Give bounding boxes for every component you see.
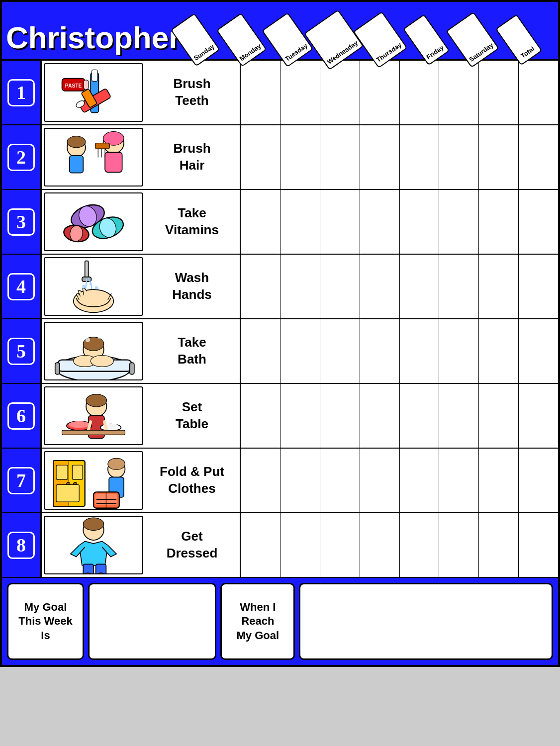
cell-row2-thursday[interactable] (400, 125, 440, 189)
cell-row1-thursday[interactable] (400, 61, 440, 124)
task-number-7: 7 (2, 449, 42, 512)
cell-row3-friday[interactable] (439, 190, 479, 254)
cell-row7-saturday[interactable] (479, 449, 519, 512)
cell-row3-tuesday[interactable] (320, 190, 360, 254)
svg-rect-25 (85, 261, 89, 278)
cell-row7-thursday[interactable] (400, 449, 440, 512)
task-label-5: Take Bath (146, 334, 238, 368)
cell-row8-thursday[interactable] (400, 513, 440, 577)
cell-row8-tuesday[interactable] (320, 513, 360, 577)
cell-row6-total[interactable] (519, 384, 558, 448)
cell-row1-sunday[interactable] (241, 61, 280, 124)
cell-row4-tuesday[interactable] (320, 255, 360, 318)
cell-row6-sunday[interactable] (241, 384, 280, 448)
task-row-4: 4 Wash Hands (2, 255, 558, 319)
cell-row5-friday[interactable] (439, 319, 479, 383)
task-number-5: 5 (2, 319, 42, 383)
task-row-5: 5 Take Bath (2, 319, 558, 384)
cell-row6-monday[interactable] (280, 384, 320, 448)
cell-row5-sunday[interactable] (241, 319, 280, 383)
cell-row4-total[interactable] (519, 255, 558, 318)
cell-row2-tuesday[interactable] (320, 125, 360, 189)
num-badge: 3 (7, 208, 35, 236)
task-label-1: Brush Teeth (146, 76, 238, 109)
cell-row3-monday[interactable] (280, 190, 320, 254)
cell-row8-total[interactable] (519, 513, 558, 577)
goal-input-area[interactable] (88, 583, 216, 660)
task-info-4: Wash Hands (42, 255, 241, 318)
cell-row4-sunday[interactable] (241, 255, 280, 318)
cell-row8-wednesday[interactable] (360, 513, 400, 577)
task-row-6: 6 Set Table (2, 384, 558, 449)
cell-row4-wednesday[interactable] (360, 255, 400, 318)
cell-row1-friday[interactable] (439, 61, 479, 124)
cell-row6-friday[interactable] (439, 384, 479, 448)
cell-row8-friday[interactable] (439, 513, 479, 577)
cell-row3-thursday[interactable] (400, 190, 440, 254)
cell-row8-sunday[interactable] (241, 513, 280, 577)
task-icon-4 (44, 257, 143, 316)
cell-row4-monday[interactable] (280, 255, 320, 318)
cell-row1-total[interactable] (519, 61, 558, 124)
svg-point-46 (69, 421, 90, 428)
cell-row2-wednesday[interactable] (360, 125, 400, 189)
cell-row6-wednesday[interactable] (360, 384, 400, 448)
cell-row8-monday[interactable] (280, 513, 320, 577)
task-info-7: Fold & Put Clothes (42, 449, 241, 512)
day-cells-row-8 (241, 513, 558, 577)
num-badge: 4 (7, 273, 35, 300)
task-label-6: Set Table (146, 399, 238, 433)
task-icon-5 (44, 322, 143, 380)
svg-rect-33 (55, 363, 60, 374)
cell-row5-saturday[interactable] (479, 319, 519, 383)
cell-row7-total[interactable] (519, 449, 558, 512)
day-headers: SundayMondayTuesdayWednesdayThursdayFrid… (186, 13, 554, 59)
cell-row3-sunday[interactable] (241, 190, 280, 254)
cell-row4-thursday[interactable] (400, 255, 440, 318)
header: Christopher SundayMondayTuesdayWednesday… (2, 2, 558, 59)
num-badge: 1 (7, 79, 35, 106)
cell-row5-tuesday[interactable] (320, 319, 360, 383)
cell-row5-wednesday[interactable] (360, 319, 400, 383)
cell-row2-friday[interactable] (439, 125, 479, 189)
day-cells-row-1 (241, 61, 558, 124)
cell-row3-wednesday[interactable] (360, 190, 400, 254)
cell-row2-saturday[interactable] (479, 125, 519, 189)
cell-row7-sunday[interactable] (241, 449, 280, 512)
cell-row7-wednesday[interactable] (360, 449, 400, 512)
task-number-8: 8 (2, 513, 42, 577)
cell-row4-saturday[interactable] (479, 255, 519, 318)
cell-row7-tuesday[interactable] (320, 449, 360, 512)
cell-row2-monday[interactable] (280, 125, 320, 189)
task-icon-2 (44, 128, 143, 186)
task-info-8: Get Dressed (42, 513, 241, 577)
task-label-2: Brush Hair (146, 140, 238, 174)
day-cells-row-7 (241, 449, 558, 512)
chart-container: Christopher SundayMondayTuesdayWednesday… (0, 0, 560, 667)
cell-row6-thursday[interactable] (400, 384, 440, 448)
cell-row6-saturday[interactable] (479, 384, 519, 448)
cell-row7-friday[interactable] (439, 449, 479, 512)
cell-row6-tuesday[interactable] (320, 384, 360, 448)
cell-row1-monday[interactable] (280, 61, 320, 124)
cell-row2-total[interactable] (519, 125, 558, 189)
task-label-3: Take Vitamins (146, 205, 238, 239)
svg-point-28 (82, 285, 86, 288)
cell-row1-tuesday[interactable] (320, 61, 360, 124)
cell-row3-total[interactable] (519, 190, 558, 254)
cell-row5-thursday[interactable] (400, 319, 440, 383)
cell-row7-monday[interactable] (280, 449, 320, 512)
cell-row4-friday[interactable] (439, 255, 479, 318)
cell-row3-saturday[interactable] (479, 190, 519, 254)
cell-row1-wednesday[interactable] (360, 61, 400, 124)
svg-point-41 (79, 333, 85, 339)
cell-row5-total[interactable] (519, 319, 558, 383)
svg-rect-34 (130, 363, 134, 374)
cell-row2-sunday[interactable] (241, 125, 280, 189)
cell-row1-saturday[interactable] (479, 61, 519, 124)
cell-row8-saturday[interactable] (479, 513, 519, 577)
cell-row5-monday[interactable] (280, 319, 320, 383)
svg-point-60 (108, 458, 125, 469)
task-info-1: PASTE Brush Teeth (42, 61, 241, 124)
reward-input-area[interactable] (299, 583, 553, 660)
